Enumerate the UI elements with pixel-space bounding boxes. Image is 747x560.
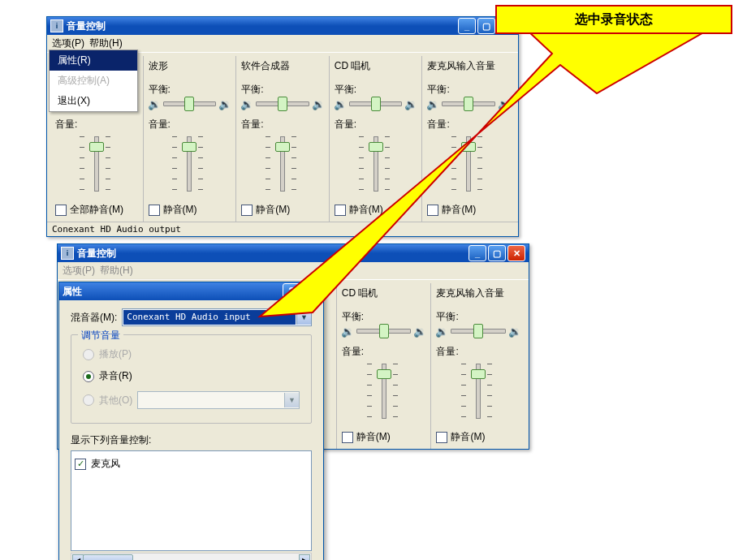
other-combo: ▼ <box>137 391 300 409</box>
balance-slider[interactable] <box>256 101 309 106</box>
mixer-label: 混音器(M): <box>71 311 117 325</box>
volume-control-window-1: i 音量控制 _ ▢ ✕ 选项(P) 帮助(H) 属性(R) 高级控制(A) 退… <box>46 16 519 237</box>
speaker-right-icon: 🔉 <box>414 325 425 337</box>
mute-checkbox[interactable] <box>335 205 346 216</box>
menu-options[interactable]: 选项(P) <box>52 37 84 50</box>
mute-checkbox[interactable] <box>55 205 67 216</box>
options-dropdown: 属性(R) 高级控制(A) 退出(X) <box>49 50 138 112</box>
mute-checkbox[interactable] <box>342 432 353 443</box>
list-label: 显示下列音量控制: <box>71 432 312 450</box>
radio-other: 其他(O) ▼ <box>81 387 301 413</box>
channel-wave: 波形 平衡: 🔉🔉 音量: 静音(M) <box>143 56 236 222</box>
balance-slider[interactable] <box>163 101 217 106</box>
minimize-button[interactable]: _ <box>458 18 476 34</box>
radio-icon <box>83 349 94 360</box>
channel-mic-2: 麦克风输入音量 平衡: 🔉🔉 音量: 静音(M) <box>430 283 525 449</box>
scroll-right-icon[interactable]: ▶ <box>299 554 310 560</box>
balance-slider[interactable] <box>349 101 403 106</box>
speaker-right-icon: 🔉 <box>405 98 417 110</box>
window-title: 音量控制 <box>67 19 458 33</box>
titlebar-2[interactable]: i 音量控制 _ ▢ ✕ <box>58 244 529 262</box>
speaker-right-icon: 🔉 <box>499 98 510 110</box>
channel-cd: CD 唱机 平衡: 🔉🔉 音量: 静音(M) <box>329 56 422 222</box>
balance-slider[interactable] <box>442 101 495 106</box>
help-button[interactable]: ? <box>283 283 300 299</box>
annotation-callout: 选中录音状态 <box>495 5 732 34</box>
chevron-down-icon[interactable]: ▼ <box>296 310 311 325</box>
menu-help[interactable]: 帮助(H) <box>89 37 123 50</box>
volume-thumb[interactable] <box>89 142 104 152</box>
menubar-2: 选项(P) 帮助(H) <box>58 262 529 280</box>
speaker-left-icon: 🔉 <box>335 98 346 110</box>
radio-recording[interactable]: 录音(R) <box>81 365 301 387</box>
mute-label: 全部静音(M) <box>70 203 123 217</box>
window-title: 音量控制 <box>77 247 468 261</box>
properties-dialog: 属性 ? ✕ 混音器(M): Conexant HD Audio input ▼… <box>58 282 324 560</box>
mute-checkbox[interactable] <box>427 205 438 216</box>
callout-text: 选中录音状态 <box>575 11 653 28</box>
mute-checkbox[interactable] <box>436 432 447 443</box>
horizontal-scrollbar[interactable]: ◀ ▶ <box>71 553 312 560</box>
statusbar-1: Conexant HD Audio output <box>47 222 518 236</box>
speaker-left-icon: 🔉 <box>241 98 253 110</box>
volume-list[interactable]: ✓ 麦克风 <box>71 450 312 551</box>
volume-slider[interactable] <box>374 136 378 192</box>
radio-icon[interactable] <box>83 371 94 382</box>
mute-checkbox[interactable] <box>241 205 253 216</box>
menu-item-properties[interactable]: 属性(R) <box>50 50 137 71</box>
mixer-selected: Conexant HD Audio input <box>123 310 296 325</box>
list-item[interactable]: ✓ 麦克风 <box>75 456 308 472</box>
close-button[interactable]: ✕ <box>302 283 320 299</box>
speaker-right-icon: 🔉 <box>219 98 231 110</box>
speaker-left-icon: 🔉 <box>436 325 447 337</box>
close-button[interactable]: ✕ <box>507 245 525 261</box>
dialog-titlebar[interactable]: 属性 ? ✕ <box>59 282 323 300</box>
mute-checkbox[interactable] <box>149 205 160 216</box>
list-checkbox[interactable]: ✓ <box>75 459 86 470</box>
scroll-left-icon[interactable]: ◀ <box>72 554 84 560</box>
menu-item-advanced: 高级控制(A) <box>50 71 137 91</box>
speaker-left-icon: 🔉 <box>427 98 438 110</box>
radio-icon <box>83 394 94 406</box>
chevron-down-icon: ▼ <box>284 393 299 407</box>
menu-options[interactable]: 选项(P) <box>63 264 95 278</box>
mixer-combo[interactable]: Conexant HD Audio input ▼ <box>122 308 312 326</box>
volume-slider[interactable] <box>187 136 192 192</box>
app-icon: i <box>50 19 63 32</box>
volume-slider[interactable] <box>476 364 481 419</box>
balance-slider[interactable] <box>356 329 412 334</box>
minimize-button[interactable]: _ <box>468 245 486 261</box>
volume-slider[interactable] <box>94 136 99 192</box>
group-title: 调节音量 <box>78 329 123 342</box>
radio-playback: 播放(P) <box>81 343 301 365</box>
adjust-volume-group: 调节音量 播放(P) 录音(R) 其他(O) ▼ <box>71 334 312 424</box>
titlebar-1[interactable]: i 音量控制 _ ▢ ✕ <box>47 17 518 35</box>
maximize-button[interactable]: ▢ <box>477 18 495 34</box>
channel-synth: 软件合成器 平衡: 🔉🔉 音量: 静音(M) <box>235 56 329 222</box>
speaker-right-icon: 🔉 <box>313 98 324 110</box>
menu-help[interactable]: 帮助(H) <box>100 264 133 278</box>
maximize-button[interactable]: ▢ <box>488 245 506 261</box>
app-icon: i <box>61 247 74 260</box>
channel-cd-2: CD 唱机 平衡: 🔉🔉 音量: 静音(M) <box>336 283 431 449</box>
balance-slider[interactable] <box>451 329 506 334</box>
menu-item-exit[interactable]: 退出(X) <box>50 91 137 111</box>
channel-mic: 麦克风输入音量 平衡: 🔉🔉 音量: 静音(M) <box>421 56 515 222</box>
volume-slider[interactable] <box>382 364 386 419</box>
volume-slider[interactable] <box>280 136 285 192</box>
speaker-left-icon: 🔉 <box>342 325 353 337</box>
scroll-thumb[interactable] <box>83 554 133 560</box>
speaker-right-icon: 🔉 <box>509 325 520 337</box>
speaker-left-icon: 🔉 <box>149 98 160 110</box>
volume-slider[interactable] <box>466 136 471 192</box>
dialog-title: 属性 <box>63 285 82 299</box>
